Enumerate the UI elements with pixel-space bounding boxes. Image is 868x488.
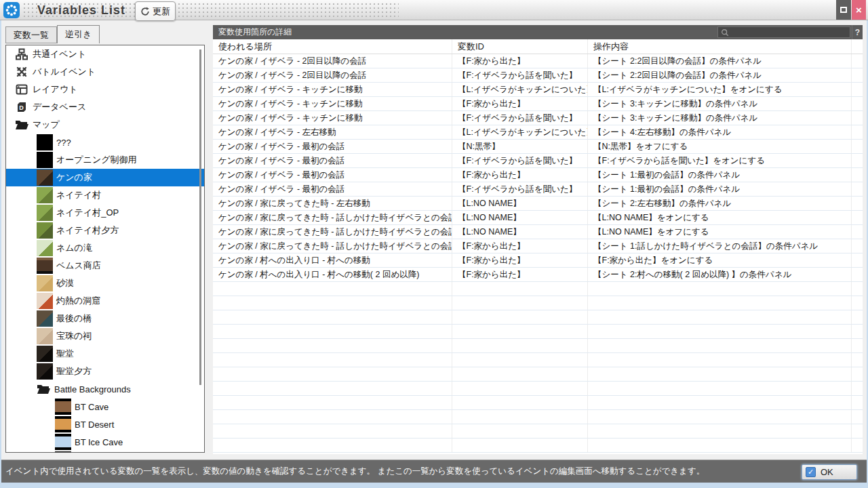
table-row[interactable]: ケンの家 / 家に戻ってきた時 - 左右移動【L:NO NAME】【シート 2:… bbox=[213, 197, 863, 211]
layout-icon bbox=[15, 83, 28, 96]
tree-item-ネイテイ村_OP[interactable]: ネイテイ村_OP bbox=[6, 204, 204, 222]
app-icon bbox=[3, 2, 20, 18]
cell-spacer bbox=[852, 182, 863, 196]
cell-operation: 【シート 1:最初の会話】の条件パネル bbox=[588, 168, 852, 182]
tree-item-BT Cave[interactable]: BT Cave bbox=[6, 398, 204, 415]
tab-reverse-lookup[interactable]: 逆引き bbox=[57, 25, 100, 43]
tree-item-砂漠[interactable]: 砂漠 bbox=[6, 274, 204, 292]
tree-item-label: オープニング制御用 bbox=[56, 154, 137, 166]
cell-variable-id: 【F:イザベラから話を聞いた】 bbox=[452, 154, 588, 167]
tree-item-宝珠の祠[interactable]: 宝珠の祠 bbox=[6, 327, 204, 345]
ok-button[interactable]: ✓ OK bbox=[802, 464, 857, 480]
tree-item-灼熱の洞窟[interactable]: 灼熱の洞窟 bbox=[6, 292, 204, 310]
tree-item-共通イベント[interactable]: 共通イベント bbox=[6, 45, 204, 63]
tree-item-label: BT Ice Cave bbox=[75, 437, 123, 447]
table-row[interactable]: ケンの家 / イザベラ - 2回目以降の会話【F:イザベラから話を聞いた】【シー… bbox=[213, 68, 863, 83]
table-row[interactable]: ケンの家 / イザベラ - 最初の会話【F:家から出た】【シート 1:最初の会話… bbox=[213, 168, 863, 182]
cell-spacer bbox=[852, 253, 863, 267]
tree-item-partial[interactable] bbox=[6, 451, 204, 453]
cell-empty bbox=[452, 424, 588, 438]
tree-item-データベース[interactable]: Dデータベース bbox=[6, 98, 204, 116]
table-row[interactable]: ケンの家 / イザベラ - キッチンに移動【F:イザベラから話を聞いた】【シート… bbox=[213, 111, 863, 125]
tree-scrollbar[interactable] bbox=[199, 49, 201, 385]
table-row[interactable]: ケンの家 / イザベラ - 最初の会話【F:イザベラから話を聞いた】【F:イザベ… bbox=[213, 154, 863, 168]
table-row-empty bbox=[213, 439, 863, 453]
tree-item-Battle Backgrounds[interactable]: Battle Backgrounds bbox=[6, 380, 204, 398]
cell-variable-id: 【F:イザベラから話を聞いた】 bbox=[452, 68, 588, 82]
cell-empty bbox=[213, 439, 452, 452]
check-icon: ✓ bbox=[806, 467, 816, 477]
map-thumbnail bbox=[37, 275, 53, 291]
tree-item-label: マップ bbox=[33, 119, 60, 131]
cell-operation: 【シート 2:村への移動( 2 回め以降) 】の条件パネル bbox=[588, 268, 852, 281]
cell-operation: 【シート 3:キッチンに移動】の条件パネル bbox=[588, 111, 852, 125]
column-header-location[interactable]: 使われる場所 bbox=[213, 39, 452, 54]
help-button[interactable]: ? bbox=[852, 25, 863, 39]
cell-variable-id: 【F:家から出た】 bbox=[452, 253, 588, 267]
column-header-variable-id[interactable]: 変数ID bbox=[452, 39, 588, 54]
tree-item-ネイテイ村[interactable]: ネイテイ村 bbox=[6, 186, 204, 204]
cell-empty bbox=[213, 382, 452, 395]
tree-item-ケンの家[interactable]: ケンの家 bbox=[6, 169, 204, 186]
cell-variable-id: 【N:黒帯】 bbox=[452, 140, 588, 153]
cell-location: ケンの家 / イザベラ - 最初の会話 bbox=[213, 154, 452, 167]
tree-item-最後の橋[interactable]: 最後の橋 bbox=[6, 310, 204, 327]
tree-item-聖堂夕方[interactable]: 聖堂夕方 bbox=[6, 363, 204, 380]
tree-item-ネイテイ村夕方[interactable]: ネイテイ村夕方 bbox=[6, 222, 204, 239]
cell-operation: 【N:黒帯】をオフにする bbox=[588, 140, 852, 153]
table-row-empty bbox=[213, 353, 863, 367]
tree-item-label: ??? bbox=[56, 138, 71, 148]
cell-operation: 【シート 2:2回目以降の会話】の条件パネル bbox=[588, 68, 852, 82]
table-row[interactable]: ケンの家 / イザベラ - 2回目以降の会話【F:家から出た】【シート 2:2回… bbox=[213, 54, 863, 68]
cell-variable-id: 【L:イザベラがキッチンについた】 bbox=[452, 125, 588, 139]
close-button[interactable]: × bbox=[852, 0, 866, 20]
maximize-button[interactable] bbox=[836, 0, 851, 20]
tree-item-レイアウト[interactable]: レイアウト bbox=[6, 81, 204, 98]
table-row[interactable]: ケンの家 / 家に戻ってきた時 - 話しかけた時イザベラとの会話【F:家から出た… bbox=[213, 239, 863, 253]
tree-item-label: 共通イベント bbox=[33, 48, 86, 60]
tree-item-label: レイアウト bbox=[33, 83, 78, 96]
tree-item-ネムの滝[interactable]: ネムの滝 bbox=[6, 239, 204, 257]
tree-item-オープニング制御用[interactable]: オープニング制御用 bbox=[6, 151, 204, 169]
tab-variables-list[interactable]: 変数一覧 bbox=[5, 26, 57, 43]
table-row-empty bbox=[213, 410, 863, 424]
window-title: Variables List bbox=[37, 3, 125, 18]
table-row[interactable]: ケンの家 / 村への出入り口 - 村への移動( 2 回め以降)【F:家から出た】… bbox=[213, 268, 863, 282]
cell-spacer bbox=[852, 111, 863, 125]
map-thumbnail bbox=[55, 434, 71, 450]
table-row[interactable]: ケンの家 / イザベラ - キッチンに移動【L:イザベラがキッチンについた】【L… bbox=[213, 83, 863, 97]
cell-spacer bbox=[852, 140, 863, 153]
cell-variable-id: 【F:家から出た】 bbox=[452, 239, 588, 253]
tree-item-バトルイベント[interactable]: バトルイベント bbox=[6, 63, 204, 81]
cell-empty bbox=[588, 353, 852, 367]
tree-item-聖堂[interactable]: 聖堂 bbox=[6, 345, 204, 363]
map-thumbnail bbox=[37, 222, 53, 239]
cell-location: ケンの家 / 家に戻ってきた時 - 話しかけた時イザベラとの会話 bbox=[213, 211, 452, 224]
table-row[interactable]: ケンの家 / 村への出入り口 - 村への移動【F:家から出た】【F:家から出た】… bbox=[213, 253, 863, 268]
map-thumbnail bbox=[37, 310, 53, 327]
cell-operation: 【L:NO NAME】をオンにする bbox=[588, 211, 852, 224]
cell-spacer bbox=[852, 424, 863, 438]
tree-item-label: ケンの家 bbox=[56, 171, 92, 184]
update-button[interactable]: 更新 bbox=[135, 1, 176, 21]
column-header-operation[interactable]: 操作内容 bbox=[588, 39, 852, 54]
tree-item-BT Ice Cave[interactable]: BT Ice Cave bbox=[6, 433, 204, 451]
table-row[interactable]: ケンの家 / イザベラ - 最初の会話【N:黒帯】【N:黒帯】をオフにする bbox=[213, 140, 863, 154]
table-row[interactable]: ケンの家 / イザベラ - キッチンに移動【F:家から出た】【シート 3:キッチ… bbox=[213, 97, 863, 111]
cell-empty bbox=[588, 396, 852, 409]
tree-item-マップ[interactable]: マップ bbox=[6, 116, 204, 134]
tree-item-ベムス商店[interactable]: ベムス商店 bbox=[6, 257, 204, 274]
cell-empty bbox=[213, 396, 452, 409]
tree-item-???[interactable]: ??? bbox=[6, 134, 204, 151]
table-row[interactable]: ケンの家 / イザベラ - 左右移動【L:イザベラがキッチンについた】【シート … bbox=[213, 125, 863, 140]
table-row[interactable]: ケンの家 / 家に戻ってきた時 - 話しかけた時イザベラとの会話【L:NO NA… bbox=[213, 225, 863, 239]
cell-variable-id: 【L:NO NAME】 bbox=[452, 211, 588, 224]
search-input[interactable] bbox=[717, 26, 850, 38]
table-row[interactable]: ケンの家 / イザベラ - 最初の会話【F:イザベラから話を聞いた】【シート 1… bbox=[213, 182, 863, 197]
map-thumbnail bbox=[55, 416, 71, 432]
cell-operation: 【シート 3:キッチンに移動】の条件パネル bbox=[588, 97, 852, 110]
cell-empty bbox=[452, 367, 588, 381]
tree-item-BT Desert[interactable]: BT Desert bbox=[6, 415, 204, 433]
map-thumbnail bbox=[37, 240, 53, 256]
table-row[interactable]: ケンの家 / 家に戻ってきた時 - 話しかけた時イザベラとの会話【L:NO NA… bbox=[213, 211, 863, 225]
